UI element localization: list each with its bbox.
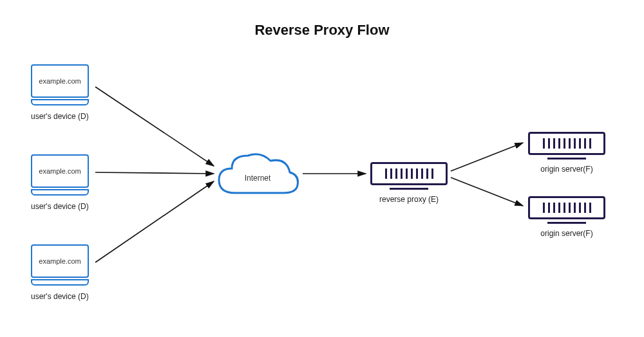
laptop-base (31, 99, 89, 105)
device-caption: user's device (D) (31, 292, 89, 301)
server-underline (547, 158, 586, 159)
laptop-screen: example.com (31, 64, 89, 98)
server-caption: origin server(F) (528, 229, 605, 238)
device-url: example.com (39, 77, 80, 85)
proxy-caption: reverse proxy (E) (370, 195, 448, 204)
reverse-proxy: reverse proxy (E) (370, 162, 448, 204)
server-caption: origin server(F) (528, 165, 605, 174)
device-url: example.com (39, 167, 80, 175)
device-caption: user's device (D) (31, 112, 89, 121)
svg-line-4 (451, 143, 523, 171)
user-device-1: example.com user's device (D) (31, 64, 89, 121)
laptop-screen: example.com (31, 244, 89, 278)
svg-line-2 (95, 181, 214, 262)
server-icon (528, 132, 605, 155)
server-underline (390, 188, 428, 190)
server-underline (547, 222, 586, 224)
svg-line-0 (95, 87, 214, 166)
svg-line-1 (95, 172, 214, 174)
origin-server-2: origin server(F) (528, 196, 605, 238)
server-icon (370, 162, 448, 185)
laptop-base (31, 189, 89, 196)
device-caption: user's device (D) (31, 202, 89, 211)
device-url: example.com (39, 257, 80, 265)
svg-line-5 (451, 178, 523, 206)
laptop-screen: example.com (31, 154, 89, 188)
cloud-label: Internet (245, 174, 271, 183)
user-device-3: example.com user's device (D) (31, 244, 89, 301)
internet-cloud: Internet (213, 148, 303, 208)
diagram-title: Reverse Proxy Flow (0, 22, 644, 39)
origin-server-1: origin server(F) (528, 132, 605, 174)
diagram-stage: Reverse Proxy Flow example.com user's de… (0, 0, 644, 337)
laptop-base (31, 279, 89, 286)
user-device-2: example.com user's device (D) (31, 154, 89, 211)
server-icon (528, 196, 605, 219)
